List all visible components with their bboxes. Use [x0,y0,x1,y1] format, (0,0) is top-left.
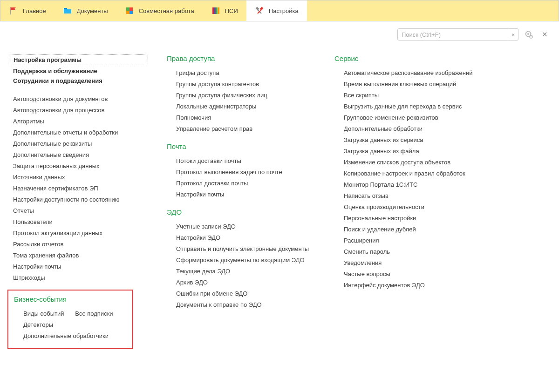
tools-icon [255,6,264,15]
list-item[interactable]: Отчеты [13,205,148,216]
tab-main[interactable]: Главное [0,0,55,21]
list-item[interactable]: Грифы доступа [167,67,316,78]
list-item[interactable]: Автоподстановки для процессов [13,104,148,115]
folder-icon [63,6,72,15]
employees-link[interactable]: Сотрудники и подразделения [13,76,148,86]
tab-label: Настройка [269,7,299,14]
list-item[interactable]: Протокол доставки почты [167,177,316,189]
list-item[interactable]: Поиск и удаление дублей [334,223,493,235]
list-item[interactable]: Копирование настроек и правил обработок [334,168,493,179]
list-item[interactable]: Все подписки [66,308,113,319]
list-item[interactable]: Источники данных [13,171,148,182]
list-item[interactable]: Дополнительные сведения [13,149,148,160]
list-item[interactable]: Все скрипты [334,89,493,101]
tab-settings[interactable]: Настройка [246,0,307,21]
list-item[interactable]: Детекторы [14,319,53,330]
list-item[interactable]: Архив ЭДО [167,277,316,288]
list-item[interactable]: Сформировать документы по входящим ЭДО [167,254,316,265]
list-item[interactable]: Загрузка данных из файла [334,145,493,156]
tab-label: НСИ [225,7,238,14]
svg-rect-0 [64,8,67,9]
list-item[interactable]: Документы к отправке по ЭДО [167,299,316,310]
list-item[interactable]: Отправить и получить электронные докумен… [167,243,316,254]
list-item[interactable]: Дополнительные обработчики [14,330,109,341]
list-item[interactable]: Текущие дела ЭДО [167,265,316,277]
svg-rect-1 [126,7,130,11]
list-item[interactable]: Виды событий [14,308,64,319]
books-icon [211,6,220,15]
list-item[interactable]: Группы доступа контрагентов [167,78,316,89]
business-events-highlight: Бизнес-события Виды событий Все подписки… [7,290,133,349]
puzzle-icon [125,6,134,15]
list-item[interactable]: Автоматическое распознавание изображений [334,67,493,78]
list-item[interactable]: Тома хранения файлов [13,250,148,261]
list-item[interactable]: Загрузка данных из сервиса [334,134,493,145]
list-item[interactable]: Автоподстановки для документов [13,93,148,104]
list-item[interactable]: Защита персональных данных [13,160,148,171]
list-item[interactable]: Дополнительные отчеты и обработки [13,127,148,138]
svg-rect-7 [216,7,218,14]
list-item[interactable]: Потоки доставки почты [167,155,316,166]
tab-documents[interactable]: Документы [55,0,116,21]
column-1: Настройка программы Поддержка и обслужив… [13,54,148,349]
list-item[interactable]: Локальные администраторы [167,101,316,112]
toolbar: × ✕ [0,21,559,41]
list-item[interactable]: Рассылки отчетов [13,238,148,250]
list-item[interactable]: Ошибки при обмене ЭДО [167,288,316,299]
list-item[interactable]: Сменить пароль [334,246,493,257]
section-heading: ЭДО [167,208,316,216]
list-item[interactable]: Штрихкоды [13,272,148,283]
list-item[interactable]: Изменение списков доступа объектов [334,156,493,168]
list-item[interactable]: Персональные настройки [334,212,493,223]
list-item[interactable]: Монитор Портала 1С:ИТС [334,179,493,190]
list-item[interactable]: Время выполнения ключевых операций [334,78,493,89]
list-item[interactable]: Дополнительные реквизиты [13,138,148,149]
program-settings-link[interactable]: Настройка программы [11,54,148,65]
top-navigation: Главное Документы Совместная работа НСИ … [0,0,559,21]
svg-rect-2 [130,7,133,11]
list-item[interactable]: Настройки доступности по состоянию [13,194,148,205]
list-item[interactable]: Выгрузить данные для перехода в сервис [334,101,493,112]
list-item[interactable]: Учетные записи ЭДО [167,221,316,232]
list-item[interactable]: Протокол выполнения задач по почте [167,166,316,177]
tab-nsi[interactable]: НСИ [203,0,246,21]
flag-icon [9,6,18,15]
list-item[interactable]: Назначения сертификатов ЭП [13,182,148,194]
search-input[interactable] [398,31,508,38]
list-item[interactable]: Настройки почты [167,189,316,200]
section-heading: Бизнес-события [14,295,127,303]
list-item[interactable]: Написать отзыв [334,190,493,201]
search-field-wrap: × [397,28,518,41]
svg-rect-5 [212,7,214,14]
list-item[interactable]: Частые вопросы [334,268,493,279]
svg-rect-4 [130,11,133,14]
list-item[interactable]: Группы доступа физических лиц [167,89,316,101]
list-item[interactable]: Алгоритмы [13,115,148,127]
list-item[interactable]: Групповое изменение реквизитов [334,112,493,123]
list-item[interactable]: Пользователи [13,216,148,227]
column-3: Сервис Автоматическое распознавание изоб… [334,54,493,349]
close-panel-button[interactable]: ✕ [539,30,551,39]
list-item[interactable]: Уведомления [334,257,493,268]
list-item[interactable]: Полномочия [167,112,316,123]
svg-rect-3 [126,11,130,14]
section-heading: Почта [167,142,316,150]
tab-label: Документы [77,7,108,14]
content-area: Настройка программы Поддержка и обслужив… [0,41,559,358]
list-item[interactable]: Настройки почты [13,261,148,272]
list-item[interactable]: Оценка производительности [334,201,493,212]
list-item[interactable]: Расширения [334,235,493,246]
column-2: Права доступа Грифы доступа Группы досту… [167,54,316,349]
list-item[interactable]: Управление расчетом прав [167,123,316,134]
list-item[interactable]: Протокол актуализации данных [13,227,148,238]
list-item[interactable]: Дополнительные обработки [334,123,493,134]
list-item[interactable]: Настройки ЭДО [167,232,316,243]
support-link[interactable]: Поддержка и обслуживание [13,66,148,76]
svg-rect-6 [214,7,216,14]
search-clear-button[interactable]: × [508,29,518,40]
svg-point-10 [527,33,529,35]
gear-icon[interactable] [522,30,535,39]
tab-collaboration[interactable]: Совместная работа [116,0,203,21]
tab-label: Совместная работа [139,7,194,14]
list-item[interactable]: Интерфейс документов ЭДО [334,279,493,291]
